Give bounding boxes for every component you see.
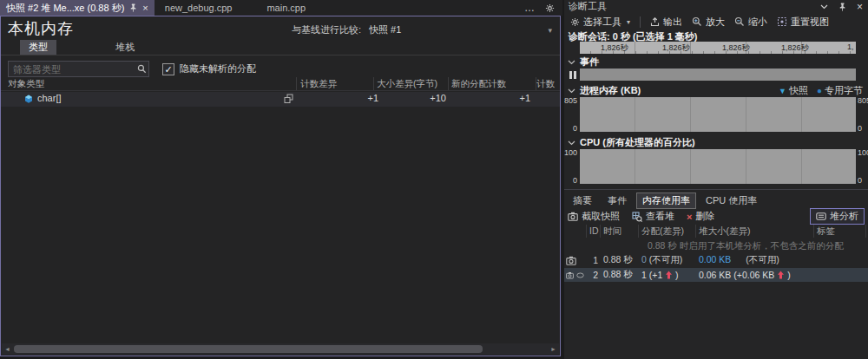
tab-label: main.cpp — [266, 3, 306, 13]
size-diff-value: +10 — [430, 93, 446, 103]
column-alloc-diff[interactable]: 分配(差异) — [639, 225, 696, 238]
pin-icon[interactable] — [129, 3, 137, 12]
alloc-note: (不可用) — [649, 254, 683, 264]
type-icon — [23, 94, 34, 104]
settings-gear-icon[interactable] — [545, 3, 555, 13]
column-time[interactable]: 时间 — [601, 225, 639, 238]
count-diff-value: +1 — [367, 93, 378, 103]
column-new-alloc-count[interactable]: 新的分配计数 — [451, 78, 506, 90]
select-tool-label: 选择工具 — [583, 16, 621, 29]
page-title: 本机内存 — [8, 18, 74, 39]
memory-chart-band[interactable] — [580, 97, 856, 132]
export-button[interactable]: 输出 — [648, 15, 685, 29]
document-well: 快照 #2 堆 Me...xe (0.88 秒) × new_debug.cpp… — [0, 0, 562, 359]
types-table-header: 对象类型 计数差异 大小差异(字节) 新的分配计数 计数 — [1, 77, 560, 91]
scroll-left-icon[interactable]: ◄ — [2, 343, 13, 355]
search-icon[interactable] — [135, 64, 148, 74]
reset-view-button[interactable]: 重置视图 — [774, 15, 832, 29]
close-icon[interactable]: × — [857, 3, 863, 11]
diagnostic-tools-panel: 诊断工具 × 选择工具 ▾ 输出 — [564, 0, 868, 359]
events-track[interactable] — [580, 69, 856, 81]
tab-main-cpp[interactable]: main.cpp — [256, 0, 330, 16]
editor-tabstrip: 快照 #2 堆 Me...xe (0.88 秒) × new_debug.cpp… — [0, 0, 562, 16]
scroll-right-icon[interactable]: ► — [548, 343, 559, 355]
snapshot-time: 0.88 秒 — [601, 269, 639, 281]
close-icon[interactable]: × — [142, 3, 148, 12]
tab-stacks[interactable]: 堆栈 — [107, 40, 143, 55]
delete-x-icon: × — [687, 212, 692, 222]
chevron-down-icon — [568, 60, 575, 65]
tab-summary[interactable]: 摘要 — [567, 193, 598, 209]
memory-view-tabs: 类型 堆栈 — [1, 40, 560, 55]
tab-memory-usage[interactable]: 内存使用率 — [636, 193, 696, 209]
take-snapshot-button[interactable]: 截取快照 — [568, 210, 620, 223]
zoom-in-button[interactable]: 放大 — [689, 15, 727, 29]
y-axis-max: 805 — [564, 96, 577, 105]
current-snapshot-marker-icon — [576, 271, 584, 279]
column-count[interactable]: 计数 — [536, 78, 555, 90]
zoom-out-label: 缩小 — [748, 16, 767, 29]
column-tags[interactable]: 标签 — [814, 225, 866, 238]
zoom-in-icon — [692, 16, 702, 27]
zoom-out-icon — [734, 16, 745, 27]
export-label: 输出 — [663, 16, 682, 29]
view-heap-button[interactable]: 查看堆 — [632, 210, 674, 223]
alloc-diff-cell: 0 (不可用) — [639, 254, 696, 266]
instances-icon[interactable] — [284, 94, 293, 104]
column-divider — [373, 77, 374, 90]
column-object-type[interactable]: 对象类型 — [8, 78, 44, 90]
legend-private-bytes-label: 专用字节 — [825, 84, 863, 97]
events-section-header[interactable]: 事件 — [568, 55, 599, 69]
timeline-ruler[interactable]: 1,826秒 1,826秒 1,826秒 1,826秒 1, — [580, 42, 856, 54]
y-axis-min: 0 — [564, 176, 577, 185]
process-memory-chart[interactable]: 805 0 805 0 — [564, 96, 868, 133]
private-bytes-dot-icon: ● — [817, 86, 822, 95]
filter-row: ✓ 隐藏未解析的分配 — [8, 61, 555, 78]
memory-section-header[interactable]: 进程内存 (KB) ▼快照 ●专用字节 — [568, 84, 863, 97]
column-heap-size-diff[interactable]: 堆大小(差异) — [696, 225, 814, 238]
snapshot-id: 2 — [587, 270, 601, 280]
y-axis-min-right: 0 — [858, 124, 862, 133]
column-divider — [536, 77, 536, 90]
tab-types[interactable]: 类型 — [20, 40, 56, 55]
search-input[interactable] — [9, 64, 135, 75]
zoom-out-button[interactable]: 缩小 — [732, 15, 770, 29]
chevron-down-icon — [568, 140, 575, 146]
new-alloc-count-value: +1 — [519, 93, 530, 103]
baseline-snapshot-select[interactable]: 快照 #1 ▾ — [366, 23, 555, 36]
snapshot-row-1[interactable]: 1 0.88 秒 0 (不可用) 0.00 KB (不可用) — [564, 253, 868, 267]
scrollbar-thumb[interactable] — [14, 345, 483, 353]
cpu-section-header[interactable]: CPU (所有处理器的百分比) — [568, 136, 695, 149]
camera-icon — [566, 271, 574, 280]
cpu-chart-band[interactable] — [580, 149, 856, 184]
memory-section-title: 进程内存 (KB) — [580, 84, 641, 97]
snapshot-table-header: ID 时间 分配(差异) 堆大小(差异) 标签 — [564, 225, 868, 238]
snapshot-time: 0.88 秒 — [601, 254, 639, 266]
table-row-char-array[interactable]: char[] +1 +10 +1 — [1, 92, 560, 107]
heap-analysis-button[interactable]: 堆分析 — [810, 208, 865, 225]
heap-note: (不可用) — [746, 254, 779, 264]
reset-view-icon — [777, 16, 787, 27]
ruler-tick-label: 1,826秒 — [662, 42, 690, 54]
cpu-chart[interactable]: 100 0 100 0 — [564, 148, 868, 185]
tab-new-debug-cpp[interactable]: new_debug.cpp — [155, 0, 257, 16]
checkbox-checked[interactable]: ✓ — [162, 63, 174, 75]
tab-snapshot-diff[interactable]: 快照 #2 堆 Me...xe (0.88 秒) × — [0, 0, 155, 16]
y-axis-max: 100 — [564, 148, 577, 157]
column-size-diff[interactable]: 大小差异(字节) — [377, 78, 437, 90]
tab-cpu-usage[interactable]: CPU 使用率 — [700, 193, 763, 209]
tab-events[interactable]: 事件 — [602, 193, 633, 209]
delete-button[interactable]: × 删除 — [687, 210, 714, 223]
column-count-diff[interactable]: 计数差异 — [300, 78, 337, 90]
delete-label: 删除 — [695, 210, 714, 223]
alloc-count: 1 (+1 — [641, 270, 662, 280]
select-tool-button[interactable]: 选择工具 ▾ — [568, 15, 633, 29]
column-id[interactable]: ID — [587, 225, 601, 238]
heap-size-link[interactable]: 0.00 KB — [699, 254, 731, 264]
more-windows-icon[interactable]: … — [524, 4, 536, 11]
chevron-down-icon[interactable] — [820, 4, 828, 10]
snapshot-row-2-selected[interactable]: 2 0.88 秒 1 (+1 ) 0.06 KB (+0.06 KB ) — [564, 268, 868, 282]
pin-icon[interactable] — [838, 3, 846, 11]
ruler-tick-label: 1,826秒 — [722, 42, 750, 54]
horizontal-scrollbar[interactable]: ◄ ► — [2, 343, 559, 355]
